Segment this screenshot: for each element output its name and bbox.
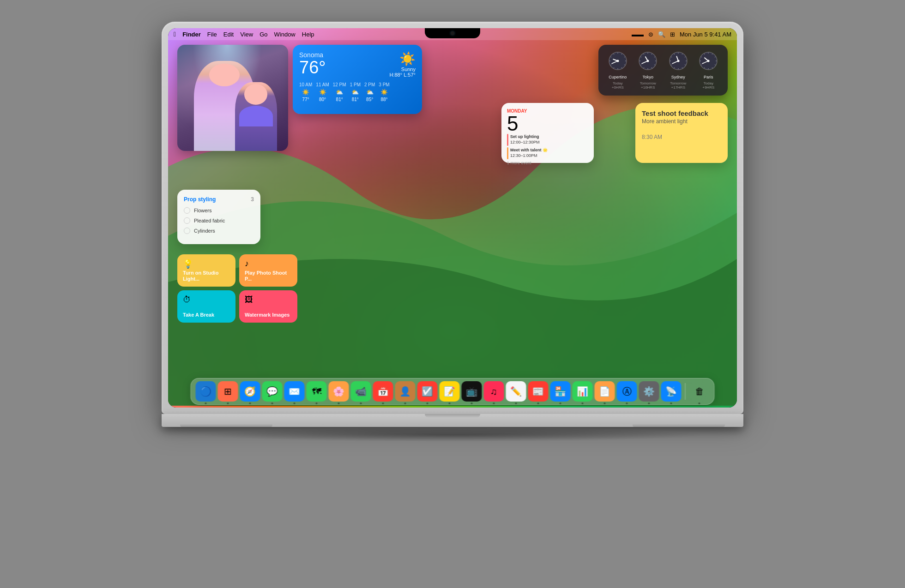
reminder-text: Pleated fabric [194,218,225,223]
menubar-search[interactable]: 🔍 [658,31,665,38]
weather-hour-temp: 81° [336,97,343,102]
weather-hour-temp: 80° [319,97,326,102]
weather-icon: ☀️ [319,89,326,96]
menubar-help[interactable]: Help [302,31,314,38]
clock-tz: Tomorrow+17HRS [670,81,686,90]
clock-sydney: Sydney Tomorrow+17HRS [668,51,688,90]
clock-face [668,51,688,73]
reminder-checkbox[interactable] [184,228,190,234]
dock-icon-tv[interactable]: 📺 [462,381,482,402]
dock-icon-notes[interactable]: 📝 [440,381,460,402]
menubar-view[interactable]: View [240,31,253,38]
reminders-title: Prop styling [184,196,216,203]
dock-icon-messages[interactable]: 💬 [262,381,283,402]
calendar-events: Set up lighting12:00–12:30PM Meet with t… [507,134,588,159]
weather-hour-item: 10 AM ☀️ 77° [299,82,312,102]
dock-icon-launchpad[interactable]: ⊞ [218,381,238,402]
dock-icon-settings[interactable]: ⚙️ [639,381,659,402]
reminder-item: Cylinders [184,228,254,234]
dock-icon-screensharing[interactable]: 📡 [661,381,682,402]
weather-hour-time: 3 PM [379,82,389,87]
apple-menu[interactable]:  [174,30,176,38]
weather-temp: 76° [299,59,326,76]
weather-hour-item: 1 PM ⛅ 81° [350,82,361,102]
dock-icon-music[interactable]: ♫ [484,381,504,402]
svg-point-66 [707,60,710,62]
dock-icon-finder[interactable]: 🔵 [196,381,216,402]
macbook-outer:  Finder File Edit View Go Window Help ▬… [143,22,762,566]
weather-icon: ⛅ [336,89,343,96]
calendar-month: Monday [507,108,588,114]
dock-icon-trash[interactable]: 🗑 [689,381,710,402]
event-bar [507,134,508,146]
weather-hour-temp: 77° [302,97,309,102]
menubar-right: ▬▬ ⊜ 🔍 ⊞ Mon Jun 5 9:41 AM [632,31,731,38]
menubar-wifi[interactable]: ⊜ [648,31,653,38]
macbook-lid:  Finder File Edit View Go Window Help ▬… [162,22,743,414]
widget-clocks: Cupertino Today+0HRS Tokyo Tomorrow+16HR… [598,45,728,96]
shortcut-label: Play Photo Shoot P... [245,270,292,282]
dock-icon-facetime[interactable]: 📹 [351,381,371,402]
dock-icon-pages[interactable]: 📄 [595,381,615,402]
clock-tokyo: Tokyo Tomorrow+16HRS [638,51,658,90]
dock-icon-news[interactable]: 📰 [528,381,549,402]
dock-icon-contacts[interactable]: 👤 [395,381,416,402]
menubar-go[interactable]: Go [259,31,267,38]
clock-face [608,51,628,73]
reminder-checkbox[interactable] [184,217,190,224]
dock-icon-app-store2[interactable]: Ⓐ [617,381,637,402]
macbook-shadow [199,428,706,442]
menubar-datetime: Mon Jun 5 9:41 AM [680,31,731,38]
desktop-screen:  Finder File Edit View Go Window Help ▬… [168,28,737,408]
weather-icon: ☀️ [302,89,309,96]
menubar-app-name[interactable]: Finder [182,31,201,38]
clock-city: Cupertino [609,75,627,79]
dock-icon-photos[interactable]: 🌸 [329,381,349,402]
dock-icon-freeform[interactable]: ✏️ [506,381,526,402]
weather-hour-temp: 81° [352,97,359,102]
dock-separator [685,383,686,400]
dock-icon-safari[interactable]: 🧭 [240,381,260,402]
clock-cupertino: Cupertino Today+0HRS [608,51,628,90]
menubar-file[interactable]: File [207,31,217,38]
widget-notes: Test shoot feedback More ambient light 8… [635,103,728,163]
widget-weather: Sonoma 76° ☀️ Sunny H:88° L:57° 10 [293,45,422,114]
dock-icon-numbers[interactable]: 📊 [573,381,593,402]
dock-icon-mail[interactable]: ✉️ [284,381,305,402]
svg-point-50 [677,60,679,62]
reminder-item: Flowers [184,207,254,214]
notes-time: 8:30 AM [642,134,721,140]
weather-icon: ☀️ [380,89,388,96]
dock-icon-calendar[interactable]: 📅 [373,381,393,402]
shortcuts-grid: 💡 Turn on Studio Light... ♪ Play Photo S… [177,254,297,323]
shortcut-label: Turn on Studio Light... [183,270,230,282]
clock-city: Tokyo [642,75,653,79]
shortcut-play-photo-shoot-p...[interactable]: ♪ Play Photo Shoot P... [239,254,297,287]
shortcut-icon: ♪ [245,259,292,269]
event-text: Set up lighting12:00–12:30PM [510,134,540,145]
shortcut-turn-on-studio-light...[interactable]: 💡 Turn on Studio Light... [177,254,235,287]
shortcut-label: Watermark Images [245,312,292,318]
reminder-text: Cylinders [194,228,215,234]
shortcut-label: Take A Break [183,312,230,318]
weather-condition: Sunny H:88° L:57° [389,66,416,78]
event-text: Meet with talent 🌟12:30–1:00PM [510,148,548,158]
menubar-window[interactable]: Window [274,31,296,38]
menubar-edit[interactable]: Edit [223,31,234,38]
reminder-checkbox[interactable] [184,207,190,214]
clock-tz: Today+9HRS [702,81,714,90]
reminders-list: Flowers Pleated fabric Cylinders [184,207,254,234]
widget-calendar: Monday 5 Set up lighting12:00–12:30PM Me… [501,103,594,163]
shortcut-watermark-images[interactable]: 🖼 Watermark Images [239,290,297,323]
weather-hour-temp: 85° [366,97,373,102]
widget-photos [177,45,288,151]
weather-city: Sonoma [299,51,326,59]
dock-icon-apple-store[interactable]: 🏪 [550,381,571,402]
shortcut-take-a-break[interactable]: ⏱ Take A Break [177,290,235,323]
macbook-hinge [425,414,480,418]
weather-hour-item: 11 AM ☀️ 80° [316,82,329,102]
dock-icon-maps[interactable]: 🗺 [307,381,327,402]
weather-hour-time: 11 AM [316,82,329,87]
menubar-control-center[interactable]: ⊞ [670,31,675,38]
dock-icon-reminders[interactable]: ☑️ [417,381,438,402]
